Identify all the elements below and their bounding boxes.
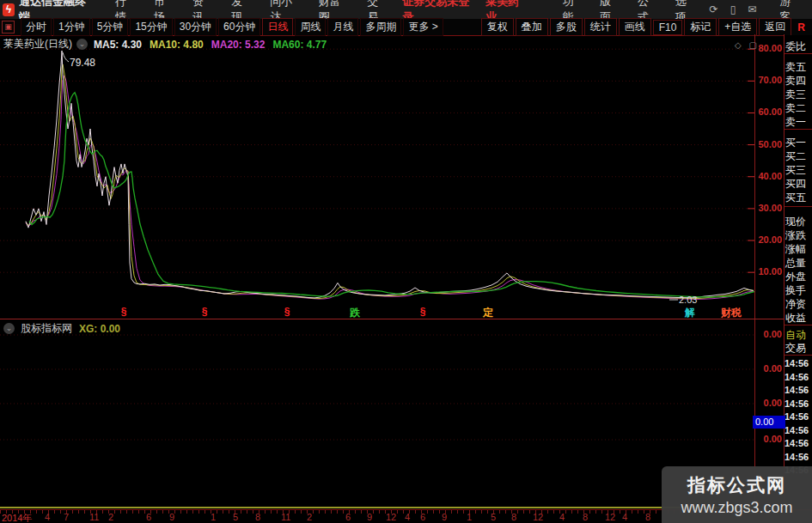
indicator-tick-label: 0.00 (755, 398, 782, 408)
toolbar-button-画线[interactable]: 画线 (619, 18, 651, 36)
watermark: 指标公式网 www.zbgs3.com (662, 466, 812, 523)
event-marker-解[interactable]: 解 (685, 306, 695, 320)
period-tab-15分钟[interactable]: 15分钟 (130, 18, 172, 36)
indicator-chart-canvas[interactable] (0, 319, 754, 508)
toolbar-button-统计[interactable]: 统计 (584, 18, 617, 36)
period-tab-5分钟[interactable]: 5分钟 (92, 18, 129, 36)
indicator-value-tag: 0.00 (753, 416, 785, 429)
low-annotation: 2.03 (679, 295, 697, 305)
chevron-down-icon[interactable]: ⌄ (76, 39, 88, 50)
event-marker-§[interactable]: § (121, 306, 127, 318)
event-marker-§[interactable]: § (284, 306, 290, 318)
chevron-down-icon[interactable]: ⌄ (3, 323, 15, 334)
date-label: 8 (255, 512, 260, 522)
refresh-icon[interactable]: ⟳ (710, 3, 718, 15)
quote-row-外盘[interactable]: 外盘 (785, 270, 812, 284)
chart-corner-icons[interactable]: ◇ ▢ (735, 40, 760, 50)
main-chart-canvas[interactable]: 79.482.03 (0, 34, 754, 319)
quote-row-卖一[interactable]: 卖一 (785, 115, 812, 130)
date-label: 4 (45, 512, 50, 522)
toolbar-button-标记[interactable]: 标记 (684, 18, 717, 36)
ma-label: MA10: 4.80 (150, 39, 204, 51)
quote-row-买三[interactable]: 买三 (785, 163, 812, 178)
quote-row-卖四[interactable]: 卖四 (785, 74, 812, 88)
quote-row-交易[interactable]: 交易 (785, 341, 812, 356)
quote-row-卖二[interactable]: 卖二 (785, 101, 812, 116)
mail-icon[interactable]: ✉ (748, 3, 756, 15)
price-tick-label: 30.00 (755, 203, 782, 213)
quote-row-涨跌[interactable]: 涨跌 (785, 228, 812, 243)
quote-row-换手[interactable]: 换手 (785, 283, 812, 298)
indicator-tick-label: 0.00 (755, 434, 782, 444)
event-marker-§[interactable]: § (202, 306, 208, 318)
menubar: ϟ 通达信金融终端 行情市场资讯发现问小达财富圈交易 证券交易未登录 莱美药业 … (0, 0, 812, 19)
quote-panel[interactable]: 委比卖五卖四卖三卖二卖一买一买二买三买四买五现价涨跌涨幅总量外盘换手净资收益自动… (785, 35, 812, 508)
price-tick-label: 20.00 (755, 234, 782, 245)
date-label: 12 (533, 512, 543, 522)
date-label: 4 (622, 512, 627, 522)
price-tick-label: 60.00 (755, 106, 782, 117)
phone-icon[interactable]: ▯ (730, 3, 736, 15)
date-label: 1 (467, 512, 472, 522)
r-badge[interactable]: R (797, 21, 805, 33)
quote-row-买一[interactable]: 买一 (785, 136, 812, 150)
tick-time[interactable]: 14:56 (785, 398, 812, 409)
quote-row-卖五[interactable]: 卖五 (785, 60, 812, 75)
quote-separator (785, 325, 812, 325)
date-label: 12 (386, 512, 396, 522)
layout-icon[interactable]: ▣ (2, 21, 15, 33)
event-marker-财税[interactable]: 财税 (721, 306, 742, 320)
watermark-title: 指标公式网 (687, 473, 786, 497)
ma-label: MA5: 4.30 (94, 39, 142, 51)
date-label: 11 (89, 512, 99, 522)
date-label: 9 (169, 512, 174, 522)
tick-time[interactable]: 14:56 (785, 425, 812, 435)
quote-separator (785, 206, 812, 207)
tick-time[interactable]: 14:56 (785, 358, 812, 368)
period-tab-多周期[interactable]: 多周期 (360, 18, 401, 36)
toolbar-button-F10[interactable]: F10 (653, 20, 683, 35)
toolbar-button-复权[interactable]: 复权 (481, 18, 514, 36)
quote-row-买二[interactable]: 买二 (785, 149, 812, 164)
date-label: 1 (211, 512, 216, 522)
quote-row-净资[interactable]: 净资 (785, 297, 812, 312)
period-tab-日线[interactable]: 日线 (262, 18, 293, 36)
tick-time[interactable]: 14:56 (785, 411, 812, 422)
event-marker-跌[interactable]: 跌 (350, 306, 360, 320)
quote-row-卖三[interactable]: 卖三 (785, 88, 812, 102)
tick-time[interactable]: 14:56 (785, 438, 812, 448)
quote-row-总量[interactable]: 总量 (785, 256, 812, 271)
event-marker-定[interactable]: 定 (483, 306, 493, 320)
tdx-terminal-window: ϟ 通达信金融终端 行情市场资讯发现问小达财富圈交易 证券交易未登录 莱美药业 … (0, 0, 812, 523)
quote-row-委比[interactable]: 委比 (785, 40, 812, 54)
toolbar-button-叠加[interactable]: 叠加 (516, 18, 548, 36)
quote-row-涨幅[interactable]: 涨幅 (785, 242, 812, 257)
price-tick-label: 70.00 (755, 75, 782, 85)
period-tab-30分钟[interactable]: 30分钟 (174, 18, 217, 36)
menu-icons: ⟳▯✉ (704, 3, 763, 15)
period-tab-分时[interactable]: 分时 (21, 18, 52, 36)
indicator-name[interactable]: 股标指标网 (21, 321, 72, 336)
quote-separator (785, 355, 812, 356)
period-tab-周线[interactable]: 周线 (295, 18, 326, 36)
quote-row-买四[interactable]: 买四 (785, 177, 812, 192)
chart-title[interactable]: 莱美药业(日线) (3, 37, 72, 52)
period-tab-更多 >[interactable]: 更多 > (403, 18, 443, 36)
tick-time[interactable]: 14:56 (785, 385, 812, 395)
period-tab-月线[interactable]: 月线 (327, 18, 358, 36)
quote-row-收益[interactable]: 收益 (785, 311, 812, 325)
quote-row-买五[interactable]: 买五 (785, 191, 812, 205)
period-toolbar: ▣ 分时1分钟5分钟15分钟30分钟60分钟日线周线月线多周期更多 > 复权叠加… (0, 19, 812, 36)
toolbar-button-+自选[interactable]: +自选 (718, 18, 757, 36)
toolbar-button-返回[interactable]: 返回 (759, 18, 791, 36)
date-label: 2014年 (2, 512, 32, 523)
quote-row-现价[interactable]: 现价 (785, 215, 812, 229)
period-tab-60分钟[interactable]: 60分钟 (218, 18, 260, 36)
tick-time[interactable]: 14:56 (785, 452, 812, 462)
tick-time[interactable]: 14:56 (785, 372, 812, 382)
date-label: 6 (345, 512, 351, 522)
toolbar-button-多股[interactable]: 多股 (550, 18, 583, 36)
event-marker-§[interactable]: § (420, 306, 426, 318)
period-tab-1分钟[interactable]: 1分钟 (53, 18, 90, 36)
indicator-tick-label: 0.00 (755, 363, 782, 374)
